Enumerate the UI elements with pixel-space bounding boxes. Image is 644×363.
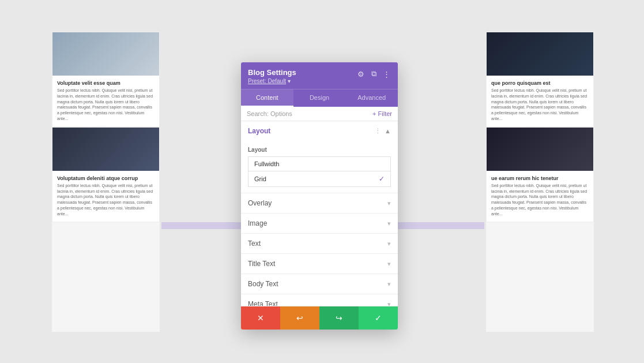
tab-advanced[interactable]: Advanced — [345, 89, 398, 107]
modal-preset: Preset: Default ▾ — [248, 78, 296, 84]
layout-option-fullwidth[interactable]: Fullwidth — [248, 156, 391, 171]
layout-grid-label: Grid — [254, 175, 266, 182]
side-card-text-2: Sed porttitor lectus nibh. Quisque velit… — [491, 88, 589, 122]
meta-text-chevron: ▾ — [387, 301, 391, 306]
meta-text-title: Meta Text — [248, 300, 278, 306]
title-text-section[interactable]: Title Text ▾ — [241, 254, 398, 274]
side-card-4: ue earum rerum hic tenetur Sed porttitor… — [486, 127, 594, 222]
side-card-text-4: Sed porttitor lectus nibh. Quisque velit… — [491, 183, 589, 217]
meta-text-section[interactable]: Meta Text ▾ — [241, 294, 398, 306]
side-card-1: Voluptate velit esse quam Sed porttitor … — [52, 32, 160, 127]
layout-expanded-content: Layout Fullwidth Grid ✓ — [241, 141, 398, 193]
body-text-title: Body Text — [248, 280, 278, 288]
modal-header: Blog Settings Preset: Default ▾ ⚙ ⧉ ⋮ — [241, 62, 398, 89]
more-icon[interactable]: ⋮ — [382, 69, 391, 78]
side-card-2: que porro quisquam est Sed porttitor lec… — [486, 32, 594, 127]
overlay-chevron: ▾ — [387, 200, 391, 207]
side-card-title-2: que porro quisquam est — [491, 80, 589, 86]
tab-design[interactable]: Design — [293, 89, 346, 107]
image-section[interactable]: Image ▾ — [241, 214, 398, 234]
body-text-section[interactable]: Body Text ▾ — [241, 274, 398, 294]
side-card-img-1 — [52, 32, 159, 76]
modal-search-bar: Search: Options + Filter — [241, 107, 398, 121]
redo-button[interactable]: ↪ — [319, 306, 359, 330]
filter-button[interactable]: + Filter — [372, 110, 392, 117]
side-card-title-4: ue earum rerum hic tenetur — [491, 175, 589, 181]
grid-check-icon: ✓ — [379, 175, 385, 183]
title-text-chevron: ▾ — [387, 260, 391, 268]
layout-option-grid[interactable]: Grid ✓ — [248, 171, 391, 187]
blog-settings-modal: Blog Settings Preset: Default ▾ ⚙ ⧉ ⋮ Co… — [241, 62, 398, 330]
overlay-section[interactable]: Overlay ▾ — [241, 193, 398, 214]
modal-header-left: Blog Settings Preset: Default ▾ — [248, 68, 296, 84]
modal-preset-text[interactable]: Preset: Default — [248, 78, 286, 84]
body-text-chevron: ▾ — [387, 280, 391, 288]
left-sidebar: Voluptate velit esse quam Sed porttitor … — [52, 32, 160, 332]
layout-chevron-up: ▲ — [385, 128, 391, 134]
side-card-text-1: Sed porttitor lectus nibh. Quisque velit… — [57, 88, 155, 122]
right-sidebar: que porro quisquam est Sed porttitor lec… — [486, 32, 594, 332]
text-section[interactable]: Text ▾ — [241, 234, 398, 254]
side-card-img-2 — [487, 32, 593, 76]
text-title: Text — [248, 239, 261, 248]
layout-sublabel: Layout — [248, 147, 391, 153]
undo-button[interactable]: ↩ — [280, 306, 319, 330]
layout-section-title: Layout — [248, 127, 270, 135]
layout-section-chevron: ⋮ ▲ — [375, 128, 391, 135]
side-card-img-3 — [52, 128, 159, 171]
text-chevron: ▾ — [387, 240, 391, 248]
layout-options: Fullwidth Grid ✓ — [248, 156, 391, 187]
modal-content: Layout ⋮ ▲ Layout Fullwidth Grid ✓ — [241, 121, 398, 306]
search-placeholder[interactable]: Search: Options — [247, 110, 292, 117]
settings-icon[interactable]: ⚙ — [356, 69, 366, 78]
overlay-title: Overlay — [248, 199, 272, 207]
modal-footer: ✕ ↩ ↪ ✓ — [241, 306, 398, 330]
title-text-title: Title Text — [248, 260, 275, 268]
modal-title: Blog Settings — [248, 68, 296, 77]
tab-content[interactable]: Content — [241, 89, 293, 107]
modal-tabs: Content Design Advanced — [241, 89, 398, 107]
side-card-3: Voluptatum deleniti atque corrup Sed por… — [52, 127, 160, 222]
side-card-title-1: Voluptate velit esse quam — [57, 80, 155, 86]
layout-section-header[interactable]: Layout ⋮ ▲ — [241, 121, 398, 141]
copy-icon[interactable]: ⧉ — [369, 69, 378, 78]
page-wrapper: Voluptate velit esse quam Sed porttitor … — [0, 0, 644, 363]
side-card-text-3: Sed porttitor lectus nibh. Quisque velit… — [57, 183, 155, 217]
image-chevron: ▾ — [387, 220, 391, 227]
image-title: Image — [248, 219, 267, 227]
layout-dots: ⋮ — [375, 128, 381, 135]
cancel-button[interactable]: ✕ — [241, 306, 280, 330]
side-card-title-3: Voluptatum deleniti atque corrup — [57, 175, 155, 181]
save-button[interactable]: ✓ — [359, 306, 398, 330]
side-card-img-4 — [487, 128, 593, 171]
modal-header-actions: ⚙ ⧉ ⋮ — [356, 69, 391, 78]
